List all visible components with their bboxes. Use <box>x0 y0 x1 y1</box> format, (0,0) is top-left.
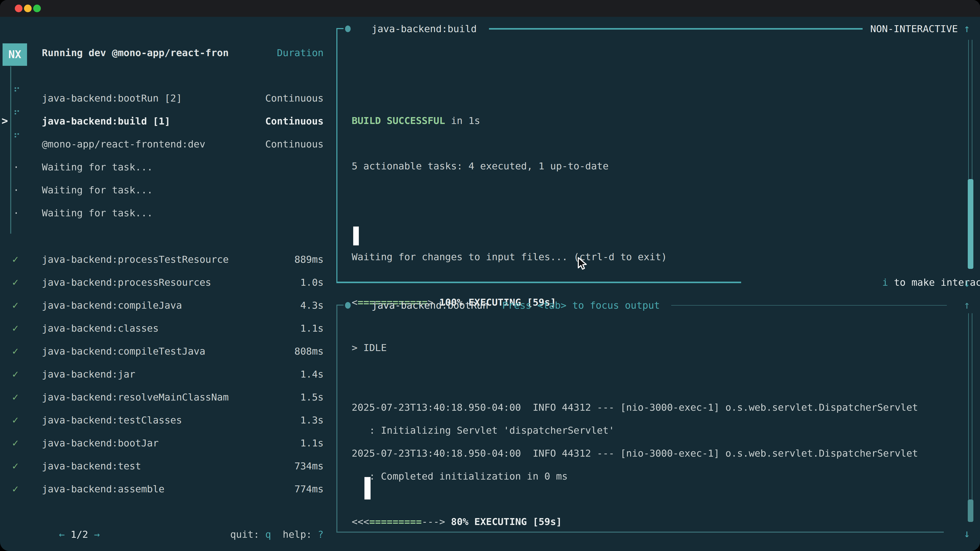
check-icon: ✓ <box>12 253 18 265</box>
text-cursor <box>364 477 371 499</box>
task-status: Continuous <box>265 138 324 149</box>
task-row[interactable]: ✓ java-backend:test 734ms <box>0 454 337 477</box>
progress-cap-right: > <box>439 516 451 527</box>
sidebar-help-bar: quit: q help: ? <box>183 517 324 551</box>
text-cursor <box>353 227 359 245</box>
build-scrollbar-thumb[interactable] <box>968 179 974 269</box>
task-row[interactable]: ✓ java-backend:processTestResource 889ms <box>0 248 337 270</box>
selected-task-chevron-icon: > <box>2 114 8 127</box>
bootrun-panel-header-line <box>671 305 947 306</box>
task-name: @mono-app/react-frontend:dev <box>42 138 205 149</box>
bootrun-scrollbar-thumb[interactable] <box>968 499 974 522</box>
bootrun-panel-corner-line <box>336 305 344 305</box>
build-panel-left-border <box>336 28 337 283</box>
pager-position <box>65 529 71 540</box>
build-panel-bullet-icon <box>345 25 351 32</box>
mouse-pointer-icon <box>576 257 589 271</box>
scroll-down-icon[interactable]: ↓ <box>964 527 970 540</box>
blank-line <box>352 200 667 222</box>
nx-logo: NX <box>3 43 27 66</box>
progress-cap-left: <<< <box>352 516 369 527</box>
check-icon: ✓ <box>12 483 18 495</box>
running-task-list: ⠋ java-backend:bootRun [2] Continuous > … <box>0 86 337 224</box>
bootrun-panel-bottom-border <box>336 532 944 532</box>
task-name: java-backend:processResources <box>42 276 211 287</box>
task-name: java-backend:classes <box>42 322 159 333</box>
bootrun-panel-output: 2025-07-23T13:40:18.950-04:00 INFO 44312… <box>352 339 918 551</box>
build-panel-title[interactable]: java-backend:build <box>372 23 477 34</box>
check-icon: ✓ <box>12 413 18 426</box>
task-name: Waiting for task... <box>42 207 153 218</box>
task-row[interactable]: · Waiting for task... <box>0 178 337 201</box>
help-key[interactable]: ? <box>318 529 324 540</box>
zoom-window-button[interactable] <box>33 5 41 12</box>
task-row[interactable]: · Waiting for task... <box>0 155 337 178</box>
build-waiting-line: Waiting for changes to input files... (c… <box>352 245 667 268</box>
task-name: java-backend:testClasses <box>42 414 182 425</box>
task-row[interactable]: ✓ java-backend:assemble 774ms <box>0 477 337 500</box>
task-state-icon: · <box>13 207 19 218</box>
task-name: java-backend:compileJava <box>42 299 182 310</box>
check-icon: ✓ <box>12 459 18 472</box>
task-row[interactable]: ✓ java-backend:bootJar 1.1s <box>0 431 337 454</box>
build-panel-header-line <box>489 28 862 29</box>
build-panel-mode-badge: NON-INTERACTIVE <box>870 23 958 34</box>
task-row[interactable]: ✓ java-backend:processResources 1.0s <box>0 270 337 293</box>
log-line: : Initializing Servlet 'dispatcherServle… <box>352 418 918 441</box>
task-duration: 889ms <box>294 253 324 265</box>
scroll-down-icon[interactable]: ↓ <box>964 277 970 289</box>
task-state-icon: · <box>13 184 19 195</box>
task-row[interactable]: ⠋ @mono-app/react-frontend:dev Continuou… <box>0 132 337 155</box>
task-duration: 734ms <box>294 460 324 471</box>
task-row[interactable]: · Waiting for task... <box>0 201 337 224</box>
task-row[interactable]: ✓ java-backend:compileJava 4.3s <box>0 293 337 316</box>
task-row[interactable]: ⠋ java-backend:bootRun [2] Continuous <box>0 86 337 109</box>
build-summary-line: 5 actionable tasks: 4 executed, 1 up-to-… <box>352 154 667 177</box>
task-name: java-backend:processTestResource <box>42 253 229 265</box>
task-name: java-backend:test <box>42 460 141 471</box>
task-name: Waiting for task... <box>42 161 153 172</box>
interactive-hint: i to make interactive <box>835 265 980 299</box>
bootrun-panel-bullet-icon <box>345 302 351 309</box>
bootrun-panel-title[interactable]: java-backend:bootRun <box>372 300 488 311</box>
pager-label: 1/2 <box>71 529 88 540</box>
check-icon: ✓ <box>12 391 18 403</box>
task-duration: 1.1s <box>300 437 324 448</box>
task-duration: 1.4s <box>300 368 324 380</box>
build-scrollbar-track[interactable] <box>968 40 972 179</box>
log-line: 2025-07-23T13:40:18.950-04:00 INFO 44312… <box>352 395 918 418</box>
task-row[interactable]: ✓ java-backend:jar 1.4s <box>0 362 337 385</box>
bootrun-scrollbar-track[interactable] <box>968 313 972 499</box>
task-name: java-backend:resolveMainClassNam <box>42 391 229 402</box>
pager-next-icon[interactable]: → <box>94 529 100 540</box>
task-row[interactable]: ✓ java-backend:compileTestJava 808ms <box>0 339 337 362</box>
build-panel-bottom-border <box>336 282 741 283</box>
quit-label: quit: <box>230 529 265 540</box>
check-icon: ✓ <box>12 437 18 449</box>
quit-key[interactable]: q <box>265 529 271 540</box>
task-duration: 774ms <box>294 483 324 494</box>
check-icon: ✓ <box>12 345 18 357</box>
task-duration: 1.1s <box>300 322 324 333</box>
task-name: java-backend:bootJar <box>42 437 159 448</box>
task-duration: 1.5s <box>300 391 324 402</box>
task-duration: 1.0s <box>300 276 324 287</box>
terminal-window: NX Running dev @mono-app/react-fron Dura… <box>0 0 980 551</box>
interactive-hint-key[interactable]: i <box>882 276 888 288</box>
task-name: java-backend:compileTestJava <box>42 345 205 356</box>
close-window-button[interactable] <box>15 5 22 12</box>
task-row[interactable]: ✓ java-backend:classes 1.1s <box>0 316 337 339</box>
task-duration: 4.3s <box>300 299 324 310</box>
pager-prev-icon[interactable]: ← <box>59 529 65 540</box>
task-status: Continuous <box>265 92 324 103</box>
minimize-window-button[interactable] <box>24 5 32 12</box>
scroll-up-icon[interactable]: ↑ <box>964 299 970 311</box>
scroll-up-icon[interactable]: ↑ <box>964 22 970 35</box>
task-name: java-backend:build [1] <box>42 115 170 126</box>
task-row[interactable]: ✓ java-backend:resolveMainClassNam 1.5s <box>0 385 337 408</box>
build-status: BUILD SUCCESSFUL <box>352 114 445 126</box>
screen: NX Running dev @mono-app/react-fron Dura… <box>0 0 980 551</box>
task-row[interactable]: ✓ java-backend:testClasses 1.3s <box>0 408 337 431</box>
task-row[interactable]: > ⠋ java-backend:build [1] Continuous <box>0 109 337 132</box>
bootrun-log-lines: 2025-07-23T13:40:18.950-04:00 INFO 44312… <box>352 362 918 487</box>
